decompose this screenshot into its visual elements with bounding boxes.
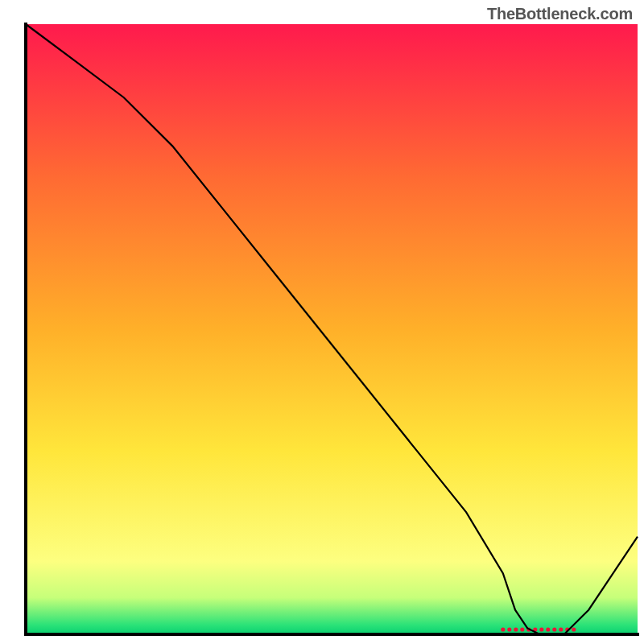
svg-point-10 [552,627,556,631]
svg-point-5 [520,627,524,631]
chart-svg [0,0,644,644]
svg-point-4 [514,627,518,631]
svg-point-11 [559,627,563,631]
svg-point-13 [572,627,576,631]
svg-point-3 [507,627,511,631]
plot-background [26,24,638,634]
chart-container: TheBottleneck.com [0,0,644,644]
svg-point-8 [539,627,543,631]
svg-point-9 [546,627,550,631]
svg-point-2 [501,627,505,631]
